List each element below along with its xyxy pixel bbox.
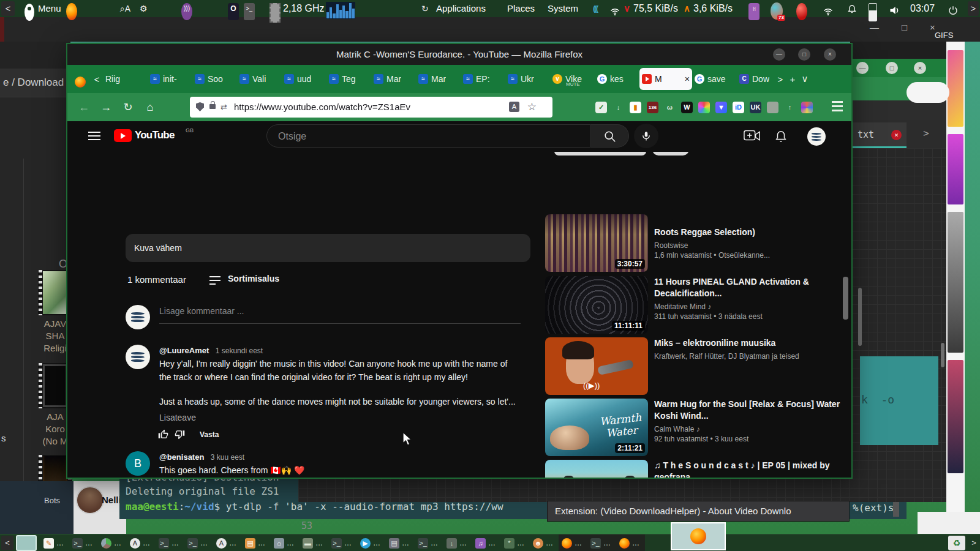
taskbar-window-button[interactable]: ▬ …: [300, 534, 328, 551]
bg-ff-maximize-icon[interactable]: □: [886, 62, 898, 74]
taskbar-window-button[interactable]: …: [559, 534, 587, 551]
chat-contact-name[interactable]: Nelli: [102, 495, 121, 505]
applications-menu[interactable]: Applications: [436, 0, 486, 17]
taskbar-window-button[interactable]: A …: [213, 534, 242, 551]
wifi-tray-icon[interactable]: [823, 4, 833, 21]
taskbar-window-button[interactable]: ☻ …: [530, 534, 559, 551]
tabs-dropdown-icon[interactable]: ∨: [799, 73, 811, 84]
page-scrollbar[interactable]: [843, 277, 848, 320]
voice-search-button[interactable]: [634, 124, 658, 148]
notes-ext-icon[interactable]: ▮: [630, 102, 641, 113]
browser-tab[interactable]: v Vike MUTE: [550, 68, 595, 90]
opera-icon[interactable]: O: [228, 3, 239, 20]
clock[interactable]: 03:07: [910, 0, 935, 17]
taskbar-scroll-right-icon[interactable]: >: [969, 536, 979, 550]
bookmark-star-icon[interactable]: ☆: [527, 97, 537, 118]
telegram-bots-label[interactable]: Bots: [44, 496, 60, 505]
browser-tab[interactable]: ≈ uud: [282, 68, 326, 90]
read-more-link[interactable]: Lisateave: [159, 411, 516, 424]
video-thumbnail[interactable]: 3:30:57: [545, 214, 648, 272]
video-channel[interactable]: Meditative Mind ♪: [654, 302, 844, 311]
youtube-logo-text[interactable]: YouTube: [135, 129, 175, 141]
taskbar-window-button[interactable]: ⌂ …: [271, 534, 300, 551]
video-title[interactable]: 11 Hours PINEAL GLAND Activation & Decal…: [654, 276, 844, 299]
terminal-scrollbar[interactable]: [893, 500, 899, 517]
guide-menu-icon[interactable]: [88, 132, 100, 133]
bell-tray-icon[interactable]: [847, 3, 857, 20]
browser-tab[interactable]: ≈ Ukr: [505, 68, 550, 90]
volume-icon[interactable]: [889, 4, 900, 21]
forward-button[interactable]: →: [98, 93, 114, 121]
url-bar[interactable]: ⇄ https://www.youtube.com/watch?v=ZS1aEv…: [190, 97, 552, 118]
terminal-prompt-line[interactable]: maa@eesti:~/vid$ yt-dlp -f 'ba' -x --aud…: [126, 501, 503, 512]
tab-scroll-left-icon[interactable]: <: [91, 74, 103, 84]
app-menu-icon[interactable]: [832, 101, 843, 103]
audio-tray-icon[interactable]: |·|: [748, 3, 760, 20]
account-avatar[interactable]: [807, 127, 826, 146]
suggested-video[interactable]: Warmth Water 2:11:21 Warm Hug for the So…: [545, 399, 849, 457]
search-button[interactable]: [591, 124, 629, 148]
reply-button[interactable]: Vasta: [200, 430, 219, 439]
back-button[interactable]: ←: [76, 93, 92, 121]
video-channel[interactable]: Kraftwerk, Ralf Hütter, DJ Blyatman ja t…: [654, 352, 844, 361]
taskbar-window-button[interactable]: ↓ …: [443, 534, 472, 551]
video-title[interactable]: Miks – elektrooniline muusika: [654, 337, 844, 349]
browser-tab[interactable]: M ×: [639, 68, 692, 90]
notifications-button[interactable]: [774, 129, 788, 146]
taskbar-window-button[interactable]: ▤ …: [242, 534, 271, 551]
bg-ff-minimize-icon[interactable]: —: [856, 62, 869, 74]
url-text[interactable]: https://www.youtube.com/watch?v=ZS1aEv: [234, 97, 503, 118]
panel-collapse-icon[interactable]: <: [1, 1, 15, 16]
maximize-button[interactable]: □: [798, 48, 810, 61]
reload-button[interactable]: ↻: [120, 93, 136, 121]
search-tool-icon[interactable]: ⌕A: [120, 0, 130, 17]
taskbar-window-button[interactable]: >_ …: [328, 534, 357, 551]
video-title[interactable]: ♫ T h e S o u n d c a s t ♪ | EP 05 | mi…: [654, 460, 844, 478]
sort-button[interactable]: Sortimisalus: [228, 274, 279, 283]
trash-icon[interactable]: ♻: [948, 536, 965, 550]
avatar[interactable]: [76, 486, 104, 514]
suggested-video[interactable]: ((▶)) Miks – elektrooniline muusika Kraf…: [545, 337, 849, 396]
search-box[interactable]: [266, 124, 591, 148]
bg-minimize-icon[interactable]: —: [870, 22, 879, 32]
power-icon[interactable]: [948, 4, 958, 21]
battery-icon[interactable]: [869, 3, 877, 21]
browser-tab[interactable]: G save: [692, 68, 737, 90]
taskbar-window-button[interactable]: …: [98, 534, 127, 551]
taskbar-window-button[interactable]: * …: [501, 534, 530, 551]
taskbar-active-window-button[interactable]: [671, 522, 726, 550]
video-thumbnail[interactable]: Warmth Water 2:11:21: [545, 399, 648, 456]
window-titlebar[interactable]: Matrik C -Women'S Eurodance. - YouTube —…: [67, 44, 851, 65]
video-thumbnail[interactable]: 1:03:23: [545, 460, 648, 478]
bg-maximize-icon[interactable]: □: [902, 22, 907, 32]
editor-scrollbar[interactable]: [858, 288, 862, 346]
comment-author[interactable]: @benisaten: [159, 452, 204, 462]
tab-scroll-right-icon[interactable]: >: [774, 74, 786, 84]
sort-icon[interactable]: [209, 276, 221, 277]
download-manager-icon[interactable]: ↓: [612, 102, 624, 113]
browser-tab[interactable]: ≈ Vali: [237, 68, 282, 90]
youtube-logo-icon[interactable]: [114, 129, 132, 142]
avatar[interactable]: [126, 345, 150, 369]
terminal-launcher-icon[interactable]: >_: [244, 3, 255, 20]
tracking-protection-shield-icon[interactable]: [196, 102, 204, 111]
avatar[interactable]: [126, 305, 150, 329]
close-button[interactable]: ×: [824, 48, 836, 61]
taskbar-window-button[interactable]: >_ …: [415, 534, 443, 551]
bg-ff-close-icon[interactable]: ×: [914, 62, 926, 74]
video-channel[interactable]: Rootswise: [654, 241, 844, 250]
taskbar-scroll-left-icon[interactable]: <: [1, 536, 13, 550]
ribbon-icon[interactable]: [698, 102, 710, 113]
browser-tab[interactable]: Riig: [103, 68, 148, 90]
video-channel[interactable]: Calm Whale ♪: [654, 425, 844, 433]
taskbar-window-button[interactable]: ▤ …: [386, 534, 415, 551]
video-title[interactable]: Warm Hug for the Soul [Relax & Focus] Wa…: [654, 399, 844, 422]
create-button[interactable]: [744, 129, 761, 145]
video-title[interactable]: Roots Reggae Selection): [654, 227, 844, 238]
avatar[interactable]: B: [126, 451, 150, 476]
filter-icon[interactable]: ▼: [715, 102, 727, 113]
like-icon[interactable]: [158, 429, 168, 440]
monkey-icon[interactable]: ω: [664, 102, 676, 113]
new-tab-button[interactable]: +: [786, 74, 799, 84]
sphere-icon[interactable]: [801, 102, 813, 113]
